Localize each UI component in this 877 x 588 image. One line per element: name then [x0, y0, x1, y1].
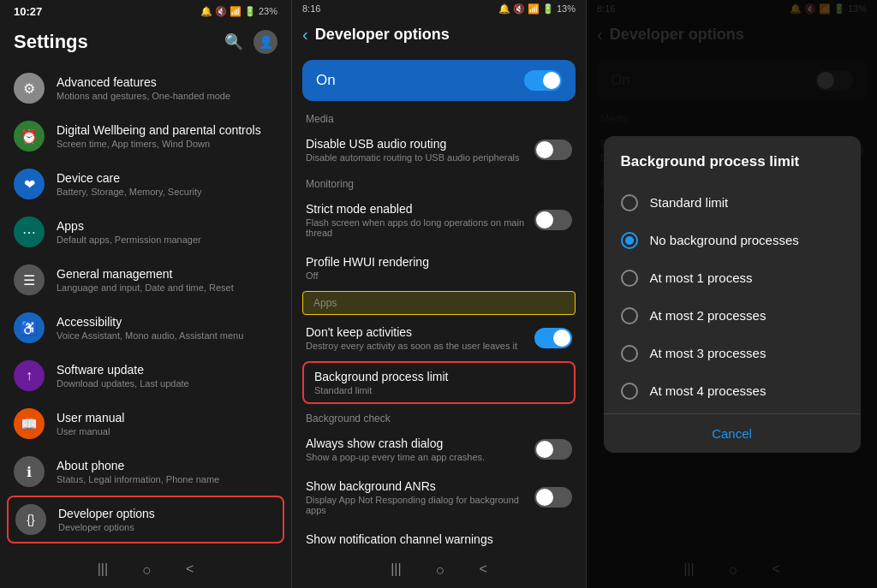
developer-options-label: Developer options: [58, 507, 276, 520]
radio-1-process[interactable]: [621, 270, 638, 287]
media-section-header: Media: [292, 106, 586, 128]
profile-hwui-sublabel: Off: [306, 270, 572, 281]
device-care-label: Device care: [57, 171, 277, 185]
dev-options-content: On Media Disable USB audio routing Disab…: [292, 51, 586, 553]
recent-apps-button[interactable]: |||: [98, 561, 108, 579]
settings-panel: 10:27 🔔 🔇 📶 🔋 23% Settings 🔍 👤 ⚙ Advance…: [0, 0, 291, 588]
dialog-option-2-processes[interactable]: At most 2 processes: [604, 297, 861, 335]
bg-check-section-header: Background check: [292, 406, 586, 428]
notification-channel-label: Show notification channel warnings: [306, 532, 572, 546]
software-update-sublabel: Download updates, Last update: [57, 378, 277, 389]
sidebar-item-software-update[interactable]: ↑ Software update Download updates, Last…: [0, 352, 291, 400]
home-button-2[interactable]: ○: [436, 561, 445, 579]
strict-mode-toggle[interactable]: [534, 210, 572, 230]
back-button-2[interactable]: <: [480, 561, 487, 579]
software-update-label: Software update: [57, 363, 277, 377]
show-bg-anrs-toggle[interactable]: [534, 487, 572, 508]
dialog-option-4-processes[interactable]: At most 4 processes: [604, 372, 861, 410]
profile-hwui-label: Profile HWUI rendering: [306, 255, 572, 269]
dev-item-notification-channel[interactable]: Show notification channel warnings: [292, 524, 586, 553]
always-crash-toggle[interactable]: [534, 439, 572, 460]
monitoring-section-header: Monitoring: [292, 171, 586, 193]
at-most-2-label: At most 2 processes: [650, 308, 767, 323]
dialog-option-standard[interactable]: Standard limit: [604, 184, 861, 222]
nav-bar-2: ||| ○ <: [292, 553, 586, 588]
sidebar-item-user-manual[interactable]: 📖 User manual User manual: [0, 400, 291, 448]
gear-icon: ⚙: [14, 73, 45, 104]
strict-mode-label: Strict mode enabled: [306, 202, 534, 216]
dev-item-show-bg-anrs[interactable]: Show background ANRs Display App Not Res…: [292, 471, 586, 524]
avatar[interactable]: 👤: [254, 30, 277, 54]
sidebar-item-accessibility[interactable]: ♿ Accessibility Voice Assistant, Mono au…: [0, 304, 291, 352]
dont-keep-label: Don't keep activities: [306, 325, 534, 339]
dialog-overlay: Background process limit Standard limit …: [587, 0, 877, 588]
apps-sublabel: Default apps, Permission manager: [57, 235, 277, 245]
at-most-3-label: At most 3 processes: [650, 346, 767, 360]
dont-keep-toggle[interactable]: [534, 328, 572, 348]
device-care-sublabel: Battery, Storage, Memory, Security: [57, 187, 277, 197]
general-management-label: General management: [57, 267, 277, 281]
background-process-dialog: Background process limit Standard limit …: [604, 136, 861, 453]
radio-2-processes[interactable]: [621, 307, 638, 324]
on-toggle-section[interactable]: On: [302, 60, 576, 101]
disable-usb-toggle[interactable]: [534, 140, 572, 160]
no-bg-label: No background processes: [650, 233, 799, 247]
status-bar-2: 8:16 🔔 🔇 📶 🔋 13%: [292, 0, 586, 18]
settings-title: Settings: [14, 31, 88, 53]
radio-3-processes[interactable]: [621, 345, 638, 362]
strict-mode-sublabel: Flash screen when apps do long operation…: [306, 217, 534, 238]
disable-usb-label: Disable USB audio routing: [306, 137, 534, 151]
advanced-features-sublabel: Motions and gestures, One-handed mode: [57, 91, 277, 101]
on-label: On: [316, 72, 336, 89]
search-icon[interactable]: 🔍: [224, 33, 243, 51]
sidebar-item-advanced-features[interactable]: ⚙ Advanced features Motions and gestures…: [0, 64, 291, 112]
sidebar-item-apps[interactable]: ⋯ Apps Default apps, Permission manager: [0, 208, 291, 256]
standard-limit-label: Standard limit: [650, 195, 729, 210]
radio-standard[interactable]: [621, 194, 638, 211]
accessibility-label: Accessibility: [57, 315, 277, 329]
sidebar-item-general-management[interactable]: ☰ General management Language and input,…: [0, 256, 291, 304]
dev-item-strict-mode[interactable]: Strict mode enabled Flash screen when ap…: [292, 193, 586, 246]
digital-wellbeing-label: Digital Wellbeing and parental controls: [57, 123, 277, 137]
home-button[interactable]: ○: [142, 561, 152, 579]
dialog-option-no-bg[interactable]: No background processes: [604, 222, 861, 259]
apps-section-header: Apps: [302, 291, 576, 315]
sidebar-item-device-care[interactable]: ❤ Device care Battery, Storage, Memory, …: [0, 160, 291, 208]
background-process-panel: 8:16 🔔 🔇 📶 🔋 13% ‹ Developer options On …: [586, 0, 877, 588]
dev-item-dont-keep-activities[interactable]: Don't keep activities Destroy every acti…: [292, 317, 586, 359]
settings-header: Settings 🔍 👤: [0, 20, 291, 61]
wellbeing-icon: ⏰: [14, 121, 45, 151]
recent-apps-button-2[interactable]: |||: [391, 561, 401, 579]
developer-options-toggle[interactable]: [524, 70, 562, 91]
general-mgmt-icon: ☰: [14, 264, 45, 295]
dev-item-background-process-limit[interactable]: Background process limit Standard limit: [302, 361, 576, 404]
header-icons: 🔍 👤: [224, 30, 277, 54]
dev-item-disable-usb[interactable]: Disable USB audio routing Disable automa…: [292, 128, 586, 171]
sidebar-item-about-phone[interactable]: ℹ About phone Status, Legal information,…: [0, 448, 291, 496]
developer-options-panel: 8:16 🔔 🔇 📶 🔋 13% ‹ Developer options On …: [291, 0, 586, 588]
dev-item-profile-hwui[interactable]: Profile HWUI rendering Off: [292, 246, 586, 289]
back-button[interactable]: <: [186, 561, 194, 579]
device-care-icon: ❤: [14, 169, 45, 199]
developer-options-sublabel: Developer options: [58, 522, 276, 532]
dialog-option-3-processes[interactable]: At most 3 processes: [604, 335, 861, 372]
always-crash-label: Always show crash dialog: [306, 437, 534, 450]
sidebar-item-developer-options[interactable]: {} Developer options Developer options: [7, 496, 284, 543]
status-time-2: 8:16: [302, 3, 320, 15]
user-manual-sublabel: User manual: [57, 426, 277, 437]
bg-process-sublabel: Standard limit: [314, 385, 564, 395]
radio-4-processes[interactable]: [621, 383, 638, 400]
sidebar-item-digital-wellbeing[interactable]: ⏰ Digital Wellbeing and parental control…: [0, 112, 291, 160]
dev-options-header: ‹ Developer options: [292, 18, 586, 51]
radio-inner-no-bg: [625, 236, 634, 245]
dev-options-title: Developer options: [315, 26, 450, 44]
at-most-4-label: At most 4 processes: [650, 383, 767, 398]
dialog-option-1-process[interactable]: At most 1 process: [604, 259, 861, 297]
radio-no-bg[interactable]: [621, 232, 638, 249]
dev-item-always-show-crash[interactable]: Always show crash dialog Show a pop-up e…: [292, 428, 586, 471]
status-time-1: 10:27: [14, 5, 42, 18]
back-arrow-2[interactable]: ‹: [302, 25, 308, 45]
about-phone-label: About phone: [57, 459, 277, 472]
dialog-cancel-button[interactable]: Cancel: [604, 413, 861, 453]
status-icons-2: 🔔 🔇 📶 🔋 13%: [498, 3, 576, 15]
